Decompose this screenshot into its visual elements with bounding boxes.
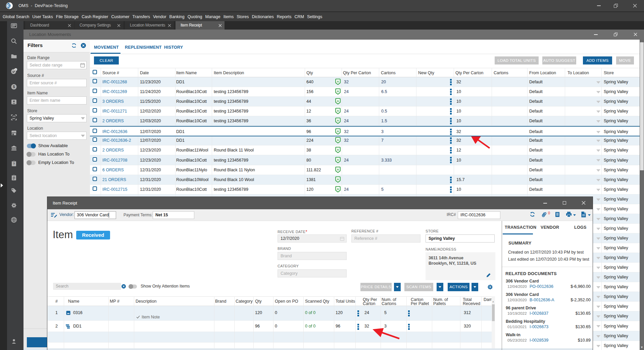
svg-text:A: A (337, 168, 339, 171)
svg-text:A: A (337, 187, 339, 191)
svg-text:?: ? (13, 162, 15, 166)
svg-text:A: A (337, 158, 339, 162)
svg-text:A: A (337, 99, 339, 103)
svg-text:A: A (337, 148, 339, 151)
svg-text:2: 2 (15, 68, 16, 71)
svg-text:A: A (337, 109, 339, 113)
svg-text:A: A (337, 80, 339, 83)
svg-text:$: $ (13, 85, 15, 89)
svg-text:A: A (337, 129, 339, 133)
svg-text:A: A (337, 138, 339, 142)
svg-text:A: A (337, 89, 339, 93)
svg-text:A: A (337, 119, 339, 122)
svg-text:A: A (337, 177, 339, 181)
